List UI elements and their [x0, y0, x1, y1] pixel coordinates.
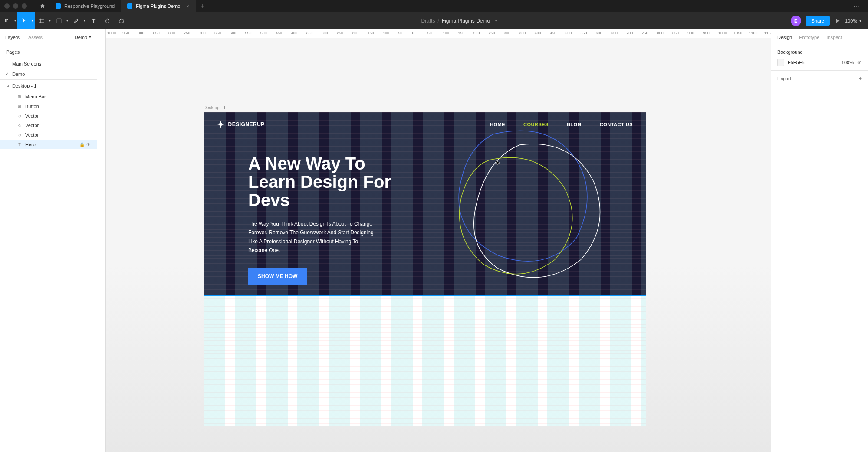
background-color-row[interactable]: F5F5F5 100% 👁 [777, 59, 862, 66]
frame-icon [39, 18, 45, 24]
home-button[interactable] [36, 0, 49, 12]
document-title[interactable]: Drafts / Figma Plugins Demo ▼ [128, 18, 791, 24]
svg-rect-1 [5, 20, 7, 22]
design-frame[interactable]: ✦ DESIGNERUP HOME COURSES BLOG CONTACT U… [204, 112, 646, 426]
layer-item-vector[interactable]: ◇ Vector [0, 111, 97, 121]
comment-tool-button[interactable] [115, 12, 128, 29]
layer-item-vector[interactable]: ◇ Vector [0, 121, 97, 130]
play-icon [835, 18, 841, 24]
tab-label: Responsive Playground [64, 3, 115, 9]
main-menu-button[interactable]: ▼ [0, 12, 17, 29]
tab-prototype[interactable]: Prototype [799, 35, 819, 40]
hero-description: The Way You Think About Design Is About … [248, 219, 374, 255]
page-dropdown[interactable]: Demo ▼ [75, 35, 92, 40]
breadcrumb-drafts: Drafts [421, 18, 435, 24]
hand-tool-button[interactable] [101, 12, 115, 29]
toolbar: ▼ ▼ ▼ ▼ ▼ T Drafts / Figma Plugins [0, 12, 868, 29]
maximize-window-icon[interactable] [22, 3, 27, 9]
chevron-down-icon: ▼ [83, 20, 86, 22]
background-label: Background [777, 49, 862, 55]
pen-icon [73, 18, 79, 24]
svg-rect-2 [7, 19, 8, 20]
shape-tool-button[interactable]: ▼ [52, 12, 69, 29]
hand-icon [105, 18, 111, 24]
tab-design[interactable]: Design [777, 35, 792, 40]
right-panel: Design Prototype Inspect Background F5F5… [771, 29, 868, 452]
hero-section: ✦ DESIGNERUP HOME COURSES BLOG CONTACT U… [204, 112, 646, 296]
figma-logo-icon [4, 18, 10, 24]
vector-green [460, 157, 572, 274]
cta-button: SHOW ME HOW [248, 268, 307, 285]
tab-inspect[interactable]: Inspect [826, 35, 842, 40]
add-page-button[interactable]: + [87, 49, 91, 55]
more-icon[interactable]: ⋯ [849, 3, 864, 10]
zoom-dropdown[interactable]: 100% ▼ [845, 18, 862, 23]
text-icon: T [17, 142, 22, 147]
present-button[interactable] [835, 18, 841, 24]
layer-item-hero[interactable]: T Hero 🔒 👁 [0, 140, 97, 149]
minimize-window-icon[interactable] [13, 3, 18, 9]
layer-item-vector[interactable]: ◇ Vector [0, 130, 97, 140]
tab-layers[interactable]: Layers [5, 35, 23, 40]
export-section: Export + [777, 75, 862, 82]
horizontal-ruler: -1000-950-900-850-800-750-700-650-600-55… [106, 29, 771, 38]
vector-icon: ◇ [17, 114, 22, 118]
frame-layer-root[interactable]: Desktop - 1 [0, 79, 97, 92]
text-tool-button[interactable]: T [87, 12, 101, 29]
figma-file-icon [127, 3, 132, 9]
chevron-down-icon: ▼ [89, 36, 92, 39]
tab-responsive-playground[interactable]: Responsive Playground [49, 0, 121, 12]
svg-rect-3 [57, 19, 61, 23]
close-icon[interactable]: × [186, 3, 190, 10]
logo-icon: ✦ [217, 119, 225, 130]
chevron-down-icon: ▼ [859, 20, 862, 23]
traffic-lights [4, 3, 27, 9]
frame-label[interactable]: Desktop - 1 [204, 105, 226, 110]
share-button[interactable]: Share [806, 16, 830, 26]
close-window-icon[interactable] [4, 3, 10, 9]
text-icon: T [92, 17, 96, 24]
tab-figma-plugins-demo[interactable]: Figma Plugins Demo × [121, 0, 196, 12]
figma-file-icon [56, 3, 61, 9]
avatar[interactable]: E [791, 16, 801, 26]
visibility-icon[interactable]: 👁 [857, 60, 862, 65]
add-tab-button[interactable]: + [196, 2, 208, 10]
color-swatch[interactable] [777, 59, 784, 66]
ruler-corner [97, 29, 106, 38]
lock-icon[interactable]: 🔒 [79, 142, 85, 147]
tab-assets[interactable]: Assets [28, 35, 46, 40]
file-name: Figma Plugins Demo [442, 18, 490, 24]
logo: ✦ DESIGNERUP [217, 119, 265, 130]
chevron-down-icon: ▼ [31, 20, 34, 22]
frame-icon: ⊞ [17, 95, 22, 99]
page-item-main-screens[interactable]: Main Screens [0, 59, 97, 69]
frame-icon: ⊞ [17, 104, 22, 108]
rectangle-icon [56, 18, 62, 24]
add-export-button[interactable]: + [858, 75, 862, 82]
grid-area [204, 296, 646, 426]
cursor-icon [21, 18, 27, 24]
canvas[interactable]: -1000-950-900-850-800-750-700-650-600-55… [97, 29, 771, 452]
color-hex[interactable]: F5F5F5 [788, 60, 838, 65]
layer-item-menu-bar[interactable]: ⊞ Menu Bar [0, 92, 97, 102]
visibility-icon[interactable]: 👁 [86, 142, 91, 147]
vector-white [474, 144, 600, 278]
hero-title: A New Way To Learn Design For Devs [248, 154, 396, 209]
vertical-ruler [97, 38, 106, 452]
tab-label: Figma Plugins Demo [136, 3, 180, 9]
pen-tool-button[interactable]: ▼ [69, 12, 87, 29]
chevron-down-icon: ▼ [494, 19, 498, 23]
frame-tool-button[interactable]: ▼ [35, 12, 52, 29]
color-opacity[interactable]: 100% [842, 60, 854, 65]
zoom-value: 100% [845, 18, 857, 23]
vector-icon: ◇ [17, 123, 22, 128]
move-tool-button[interactable]: ▼ [17, 12, 35, 29]
vector-icon: ◇ [17, 133, 22, 137]
page-item-demo[interactable]: Demo [0, 69, 97, 79]
layer-item-button[interactable]: ⊞ Button [0, 102, 97, 111]
svg-rect-0 [5, 19, 7, 20]
window-chrome: Responsive Playground Figma Plugins Demo… [0, 0, 868, 12]
chevron-down-icon: ▼ [49, 20, 51, 22]
home-icon [39, 3, 46, 9]
left-panel: Layers Assets Demo ▼ Pages + Main Screen… [0, 29, 97, 452]
